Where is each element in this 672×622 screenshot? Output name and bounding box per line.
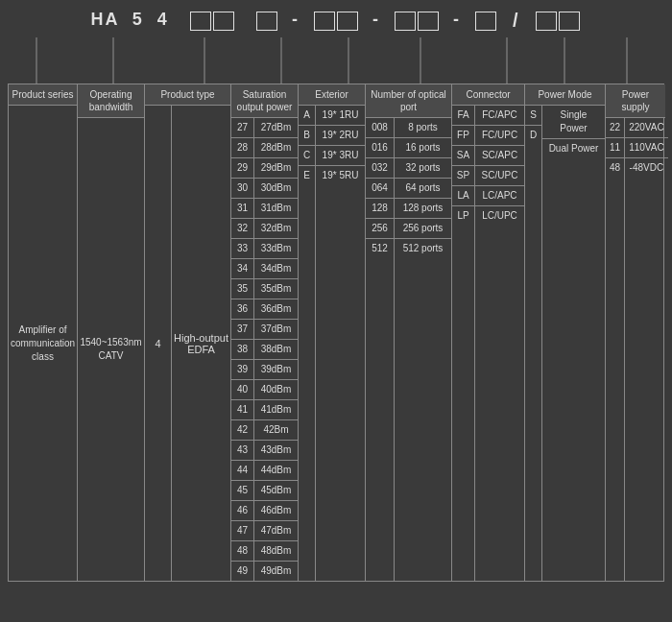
sat-code-34: 34 <box>231 259 253 279</box>
pm-code-d: D <box>525 126 541 145</box>
con-val-fcupc: FC/UPC <box>475 126 524 146</box>
sat-val-39: 39dBm <box>254 360 298 380</box>
box3 <box>256 12 277 31</box>
pm-val-single: Single Power <box>542 106 605 139</box>
sat-val-38: 38dBm <box>254 340 298 360</box>
sat-val-28: 28dBm <box>254 138 298 158</box>
sat-code-46: 46 <box>231 501 253 521</box>
ps-val-48vdc: -48VDC <box>625 158 668 178</box>
sat-val-42: 42Bm <box>254 420 298 441</box>
sat-code-41: 41 <box>231 400 253 420</box>
sat-val-49: 49dBm <box>254 562 298 581</box>
opt-code-008: 008 <box>366 118 394 138</box>
ext-code-a: A <box>299 106 315 126</box>
ext-val-3ru: 19* 3RU <box>316 146 365 166</box>
ps-val-220vac: 220VAC <box>625 118 668 138</box>
con-val-lcapc: LC/APC <box>475 186 524 206</box>
con-val-lcupc: LC/UPC <box>475 206 524 226</box>
box1 <box>190 12 211 31</box>
saturation-header: Saturation output power <box>231 84 298 118</box>
sat-code-43: 43 <box>231 441 253 461</box>
con-code-sa: SA <box>452 146 474 166</box>
product-series-cell: Amplifier of communication class <box>9 106 77 581</box>
product-series-value: Amplifier of communication class <box>11 323 75 364</box>
sat-val-27: 27dBm <box>254 118 298 138</box>
opt-val-128: 128 ports <box>395 199 451 219</box>
box7 <box>418 12 439 31</box>
sat-val-44: 44dBm <box>254 461 298 481</box>
sat-code-36: 36 <box>231 299 253 320</box>
model-header: HA 5 4 - - - / <box>8 10 664 32</box>
con-code-lp: LP <box>452 206 474 226</box>
con-code-fp: FP <box>452 126 474 146</box>
col-product-series: Product series Amplifier of communicatio… <box>9 84 78 581</box>
col-saturation: Saturation output power 27 28 29 30 31 3… <box>231 84 299 581</box>
bandwidth-value: 1540~1563nm CATV <box>78 118 144 581</box>
ext-val-1ru: 19* 1RU <box>316 106 365 126</box>
sat-val-30: 30dBm <box>254 179 298 199</box>
sat-val-40: 40dBm <box>254 380 298 400</box>
sat-val-37: 37dBm <box>254 320 298 340</box>
sat-val-43: 43dBm <box>254 441 298 461</box>
col-exterior: Exterior A B C E 19* 1RU 19* 2RU 19* 3RU… <box>299 84 366 581</box>
sat-val-32: 32dBm <box>254 219 298 239</box>
sat-code-29: 29 <box>231 158 253 179</box>
box9 <box>536 12 557 31</box>
box10 <box>559 12 580 31</box>
opt-code-512: 512 <box>366 239 394 258</box>
sat-code-37: 37 <box>231 320 253 340</box>
sat-code-30: 30 <box>231 179 253 199</box>
optical-port-header: Number of optical port <box>366 84 451 118</box>
operating-bandwidth-header: Operating bandwidth <box>78 84 144 118</box>
sat-code-38: 38 <box>231 340 253 360</box>
sat-code-40: 40 <box>231 380 253 400</box>
sat-val-48: 48dBm <box>254 541 298 562</box>
product-type-code: 4 <box>155 338 160 349</box>
opt-code-016: 016 <box>366 138 394 158</box>
box4 <box>314 12 335 31</box>
box8 <box>475 12 496 31</box>
ps-code-22: 22 <box>606 118 624 138</box>
col-connector: Connector FA FP SA SP LA LP FC/APC FC/UP… <box>452 84 525 581</box>
opt-val-256: 256 ports <box>395 219 451 239</box>
product-series-header: Product series <box>9 84 77 106</box>
power-supply-header: Power supply <box>606 84 665 118</box>
con-val-scapc: SC/APC <box>475 146 524 166</box>
sat-val-47: 47dBm <box>254 521 298 541</box>
sat-code-32: 32 <box>231 219 253 239</box>
exterior-header: Exterior <box>299 84 365 106</box>
ps-code-48: 48 <box>606 158 624 178</box>
sat-val-34: 34dBm <box>254 259 298 279</box>
pm-val-dual: Dual Power <box>542 139 605 158</box>
opt-val-64: 64 ports <box>395 179 451 199</box>
ps-code-11: 11 <box>606 138 624 158</box>
sat-code-33: 33 <box>231 239 253 259</box>
sat-val-33: 33dBm <box>254 239 298 259</box>
opt-code-032: 032 <box>366 158 394 179</box>
opt-val-16: 16 ports <box>395 138 451 158</box>
sat-code-49: 49 <box>231 562 253 581</box>
sat-val-35: 35dBm <box>254 279 298 299</box>
main-table: Product series Amplifier of communicatio… <box>8 84 664 582</box>
opt-code-256: 256 <box>366 219 394 239</box>
opt-val-32: 32 ports <box>395 158 451 179</box>
col-power-supply: Power supply 22 11 48 220VAC 110VAC -48V… <box>606 84 665 581</box>
sat-code-39: 39 <box>231 360 253 380</box>
product-type-header: Product type <box>145 84 230 106</box>
ext-val-2ru: 19* 2RU <box>316 126 365 146</box>
ps-val-110vac: 110VAC <box>625 138 668 158</box>
sat-val-41: 41dBm <box>254 400 298 420</box>
sat-code-47: 47 <box>231 521 253 541</box>
con-code-fa: FA <box>452 106 474 126</box>
opt-val-8: 8 ports <box>395 118 451 138</box>
sat-code-27: 27 <box>231 118 253 138</box>
con-val-scupc: SC/UPC <box>475 166 524 186</box>
pm-code-s: S <box>525 106 541 126</box>
box6 <box>395 12 416 31</box>
connector-header: Connector <box>452 84 524 106</box>
sat-val-36: 36dBm <box>254 299 298 320</box>
sat-val-29: 29dBm <box>254 158 298 179</box>
sat-val-31: 31dBm <box>254 199 298 219</box>
box2 <box>213 12 234 31</box>
sat-code-48: 48 <box>231 541 253 562</box>
